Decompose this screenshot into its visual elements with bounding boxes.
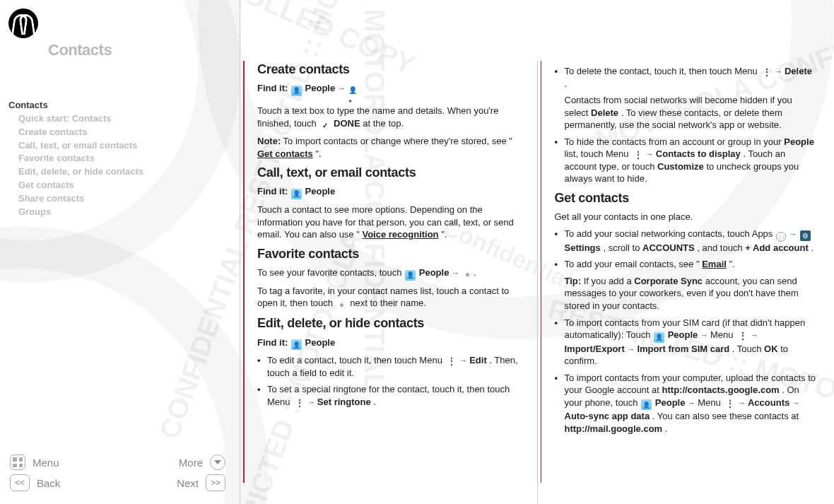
findit-call: Find it: People — [257, 185, 520, 199]
sidebar-nav: Contacts Quick start: Contacts Create co… — [8, 99, 225, 219]
next-icon[interactable]: >> — [206, 474, 225, 491]
text: To delete the contact, touch it, then to… — [565, 66, 760, 76]
nav-contacts[interactable]: Contacts — [8, 99, 225, 112]
people-bold: People — [784, 136, 814, 147]
url-mail-google[interactable]: http://mail.google.com — [565, 423, 663, 434]
accounts-label: ACCOUNTS — [642, 242, 695, 253]
edit-list: To edit a contact, touch it, then touch … — [257, 354, 520, 408]
findit-label-3: Find it: — [257, 337, 288, 348]
more-label[interactable]: More — [179, 457, 203, 469]
people-label-3: People — [419, 267, 450, 278]
nav-create-contacts[interactable]: Create contacts — [8, 126, 225, 139]
text: next to their name. — [350, 298, 426, 308]
heading-get-contacts: Get contacts — [555, 189, 818, 206]
list-item: To import contacts from your SIM card (i… — [555, 317, 818, 368]
link-email[interactable]: Email — [702, 259, 727, 269]
tip-label: Tip: — [565, 276, 582, 286]
list-item: To add your email contacts, see " Email … — [555, 258, 818, 312]
url-contacts-google[interactable]: http://contacts.google.com — [662, 385, 780, 395]
nav-get-contacts[interactable]: Get contacts — [8, 179, 225, 192]
arrow-icon — [627, 344, 637, 354]
menu-dots-icon — [724, 398, 734, 409]
get-list: To add your social networking contacts, … — [555, 228, 818, 435]
back-label[interactable]: Back — [37, 477, 60, 489]
people-icon — [641, 399, 652, 410]
add-account-label: + Add account — [745, 242, 808, 253]
text: . — [811, 242, 814, 253]
people-label-1: People — [305, 83, 336, 93]
set-ringtone-label: Set ringtone — [317, 397, 371, 407]
settings-label: Settings — [565, 242, 601, 253]
arrow-icon — [792, 397, 800, 408]
text: If you add a — [584, 276, 635, 286]
done-label: DONE — [334, 118, 360, 129]
nav-call-text-email[interactable]: Call, text, or email contacts — [8, 139, 225, 153]
nav-edit-delete-hide[interactable]: Edit, delete, or hide contacts — [8, 165, 225, 179]
call-paragraph: Touch a contact to see more options. Dep… — [257, 204, 520, 241]
sidebar: Contacts Contacts Quick start: Contacts … — [0, 0, 240, 504]
arrow-icon — [307, 397, 317, 407]
list-item: To set a special ringtone for the contac… — [257, 383, 520, 408]
list-item: To hide the contacts from an account or … — [555, 136, 818, 185]
page-title: Contacts — [8, 41, 225, 59]
menu-dots-icon — [632, 150, 642, 160]
arrow-icon — [775, 66, 785, 76]
people-bold: People — [668, 329, 698, 340]
next-label[interactable]: Next — [177, 477, 199, 489]
delete-label-2: Delete — [591, 107, 618, 118]
apps-icon — [776, 232, 786, 242]
auto-sync-label: Auto-sync app data — [565, 411, 650, 421]
edit-label: Edit — [469, 355, 487, 365]
heading-favorite-contacts: Favorite contacts — [257, 245, 520, 262]
people-icon — [291, 189, 302, 199]
people-icon — [291, 339, 302, 350]
fav-paragraph-1: To see your favorite contacts, touch Peo… — [257, 266, 520, 281]
text: . — [565, 78, 568, 89]
ok-label: OK — [764, 344, 778, 354]
text: ". — [315, 148, 321, 159]
more-icon[interactable] — [210, 455, 225, 470]
heading-call-text-email: Call, text, or email contacts — [257, 164, 520, 181]
fav-paragraph-2: To tag a favorite, in your contact names… — [257, 285, 520, 311]
menu-dots-icon — [293, 397, 304, 408]
text: at the top. — [363, 118, 404, 129]
nav-groups[interactable]: Groups — [8, 206, 225, 219]
back-icon[interactable]: << — [10, 474, 30, 491]
nav-share-contacts[interactable]: Share contacts — [8, 192, 225, 206]
text: Menu — [710, 329, 736, 340]
findit-label-1: Find it: — [257, 83, 288, 93]
menu-dots-icon — [736, 331, 747, 341]
accounts-label-2: Accounts — [748, 397, 789, 408]
people-icon — [654, 332, 664, 343]
arrow-icon — [452, 267, 462, 278]
motorola-logo — [8, 8, 38, 38]
menu-label[interactable]: Menu — [33, 457, 59, 469]
star-icon — [336, 300, 347, 310]
people-label-2: People — [305, 186, 336, 197]
findit-create: Find it: People — [257, 82, 520, 100]
link-voice-recognition[interactable]: Voice recognition — [362, 229, 438, 240]
nav-quick-start[interactable]: Quick start: Contacts — [8, 112, 225, 126]
people-bold: People — [655, 397, 686, 408]
heading-edit-delete-hide: Edit, delete, or hide contacts — [257, 315, 520, 332]
pager-nav: Menu More << Back Next >> — [8, 445, 225, 496]
nav-favorite-contacts[interactable]: Favorite contacts — [8, 152, 225, 165]
text: . You can also see these contacts at — [652, 411, 799, 421]
text: ". — [441, 229, 447, 240]
list-item: To add your social networking contacts, … — [555, 228, 818, 254]
column-1: Create contacts Find it: People Touch a … — [240, 61, 537, 504]
menu-icon[interactable] — [10, 455, 25, 470]
star-icon — [462, 269, 473, 280]
delete-hide-list: To delete the contact, touch it, then to… — [555, 65, 818, 185]
text: To see your favorite contacts, touch — [257, 267, 404, 278]
import-from-sim-label: Import from SIM card — [637, 344, 729, 354]
findit-edit: Find it: People — [257, 336, 520, 351]
link-get-contacts[interactable]: Get contacts — [257, 148, 313, 159]
arrow-icon — [338, 83, 348, 93]
menu-dots-icon — [760, 67, 771, 78]
arrow-icon — [646, 148, 656, 159]
get-intro: Get all your contacts in one place. — [555, 211, 818, 223]
text: . — [665, 423, 668, 434]
content: Create contacts Find it: People Touch a … — [240, 0, 834, 504]
arrow-icon — [459, 355, 469, 365]
